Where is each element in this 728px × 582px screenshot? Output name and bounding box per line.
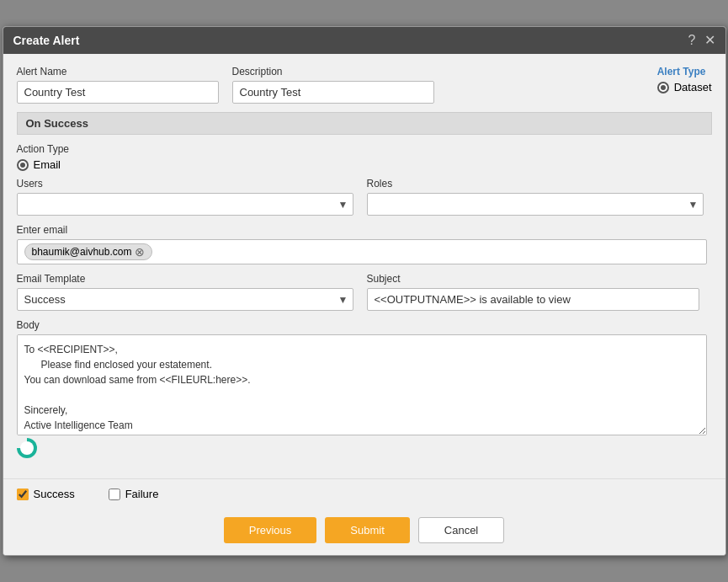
email-tag-remove-icon[interactable]: ⊗ — [135, 246, 145, 258]
roles-group: Roles ▼ — [367, 178, 704, 216]
enter-email-label: Enter email — [17, 224, 712, 236]
action-type-value: Email — [34, 158, 61, 171]
email-template-select[interactable]: Success — [17, 288, 353, 311]
failure-label: Failure — [125, 488, 159, 500]
users-label: Users — [17, 178, 353, 190]
create-alert-dialog: Create Alert ? ✕ Alert Name Description … — [3, 26, 726, 556]
success-label: Success — [34, 488, 75, 500]
alert-type-radio-dataset[interactable] — [657, 82, 669, 93]
users-group: Users ▼ — [17, 178, 353, 216]
body-textarea[interactable]: To <<RECIPIENT>>, Please find enclosed y… — [17, 334, 707, 435]
action-type-label: Action Type — [17, 143, 69, 155]
enter-email-group: Enter email bhaumik@aivhub.com ⊗ — [17, 224, 712, 264]
email-template-select-wrapper: Success ▼ — [17, 288, 353, 311]
description-label: Description — [232, 66, 434, 77]
email-tag: bhaumik@aivhub.com ⊗ — [24, 243, 153, 260]
alert-name-label: Alert Name — [17, 66, 219, 77]
cancel-button[interactable]: Cancel — [418, 517, 504, 543]
users-select-wrapper: ▼ — [17, 193, 353, 216]
roles-label: Roles — [367, 178, 704, 190]
spinner-icon — [17, 438, 37, 458]
titlebar-icons: ? ✕ — [688, 34, 715, 47]
email-tag-text: bhaumik@aivhub.com — [32, 246, 132, 258]
alert-type-group: Alert Type Dataset — [657, 66, 712, 93]
success-checkbox[interactable] — [17, 489, 29, 500]
on-success-section-header: On Success — [17, 112, 712, 135]
users-roles-row: Users ▼ Roles ▼ — [17, 178, 712, 216]
subject-label: Subject — [367, 273, 699, 285]
template-subject-row: Email Template Success ▼ Subject — [17, 273, 712, 311]
alert-name-group: Alert Name — [17, 66, 219, 104]
subject-group: Subject — [367, 273, 699, 311]
action-type-radio-row: Email — [17, 158, 69, 171]
success-checkbox-row: Success — [17, 488, 75, 500]
previous-button[interactable]: Previous — [224, 517, 317, 543]
dialog-title: Create Alert — [13, 34, 80, 47]
body-wrapper: To <<RECIPIENT>>, Please find enclosed y… — [17, 334, 707, 458]
alert-name-input[interactable] — [17, 81, 219, 104]
dialog-titlebar: Create Alert ? ✕ — [3, 27, 725, 54]
description-input[interactable] — [232, 81, 434, 104]
roles-select-wrapper: ▼ — [367, 193, 704, 216]
dialog-body: Alert Name Description Alert Type Datase… — [3, 54, 725, 478]
alert-type-label: Alert Type — [657, 66, 712, 77]
help-icon[interactable]: ? — [688, 34, 696, 47]
subject-input[interactable] — [367, 288, 699, 311]
roles-select[interactable] — [367, 193, 704, 216]
failure-checkbox[interactable] — [109, 489, 120, 500]
email-input-container[interactable]: bhaumik@aivhub.com ⊗ — [17, 239, 707, 264]
body-label: Body — [17, 319, 712, 331]
action-type-group: Action Type Email — [17, 143, 69, 171]
alert-type-radio-row: Dataset — [657, 81, 712, 93]
email-template-label: Email Template — [17, 273, 353, 285]
email-template-group: Email Template Success ▼ — [17, 273, 353, 311]
description-group: Description — [232, 66, 434, 104]
action-type-radio-email[interactable] — [17, 159, 29, 171]
users-select[interactable] — [17, 193, 353, 216]
footer-checkboxes: Success Failure — [3, 478, 725, 509]
dialog-footer: Previous Submit Cancel — [3, 509, 725, 555]
close-icon[interactable]: ✕ — [704, 34, 715, 47]
submit-button[interactable]: Submit — [325, 517, 409, 543]
action-type-row: Action Type Email — [17, 143, 712, 171]
alert-type-value: Dataset — [674, 81, 712, 93]
body-group: Body To <<RECIPIENT>>, Please find enclo… — [17, 319, 712, 458]
spinner-inner — [20, 441, 34, 455]
failure-checkbox-row: Failure — [109, 488, 159, 500]
top-fields-row: Alert Name Description Alert Type Datase… — [17, 66, 712, 104]
